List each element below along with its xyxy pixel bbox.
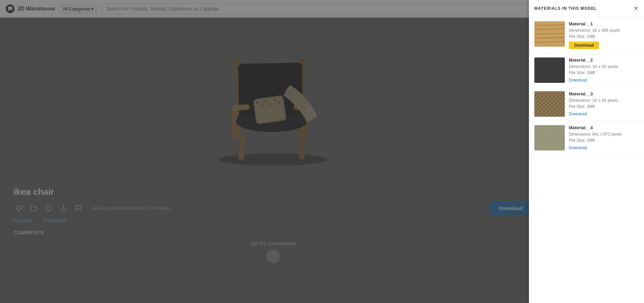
material-name: Material__4 <box>569 125 639 130</box>
material-item: Material__2Dimensions: 1K x 1K pixelsFil… <box>529 53 644 87</box>
material-meta: Dimensions: 1K x 495 pixelsFile Size: 1M… <box>569 27 639 40</box>
material-meta: Dimensions: 1K x 1K pixelsFile Size: 1MB <box>569 64 639 76</box>
material-meta: Dimensions: 1K x 1K pixelsFile Size: 2MB <box>569 97 639 110</box>
material-thumbnail <box>534 91 565 117</box>
background-overlay <box>0 0 529 303</box>
material-item: Material__3Dimensions: 1K x 1K pixelsFil… <box>529 87 644 121</box>
material-thumbnail <box>534 125 565 150</box>
material-meta: Dimensions: 841 x 873 pixelsFile Size: 1… <box>569 131 639 143</box>
svg-rect-68 <box>534 125 565 150</box>
material-download-button[interactable]: Download <box>569 78 587 83</box>
material-details: Material__2Dimensions: 1K x 1K pixelsFil… <box>569 57 639 83</box>
material-item: Material__4Dimensions: 841 x 873 pixelsF… <box>529 121 644 155</box>
materials-panel: MATERIALS IN THIS MODEL ✕ Material__1Dim… <box>529 0 644 303</box>
svg-rect-57 <box>534 57 565 83</box>
material-name: Material__2 <box>569 57 639 63</box>
material-download-button[interactable]: Download <box>569 112 587 116</box>
material-name: Material__1 <box>569 21 639 26</box>
material-thumbnail <box>534 21 565 47</box>
material-details: Material__1Dimensions: 1K x 495 pixelsFi… <box>569 21 639 49</box>
materials-panel-close[interactable]: ✕ <box>634 5 639 12</box>
material-download-button[interactable]: Download <box>569 42 599 49</box>
material-item: Material__1Dimensions: 1K x 495 pixelsFi… <box>529 17 644 53</box>
material-thumbnail <box>534 57 565 83</box>
materials-panel-header: MATERIALS IN THIS MODEL ✕ <box>529 0 644 17</box>
materials-list: Material__1Dimensions: 1K x 495 pixelsFi… <box>529 17 644 155</box>
material-download-button[interactable]: Download <box>569 145 587 150</box>
material-name: Material__3 <box>569 91 639 96</box>
svg-rect-64 <box>534 91 565 117</box>
material-details: Material__3Dimensions: 1K x 1K pixelsFil… <box>569 91 639 117</box>
materials-panel-title: MATERIALS IN THIS MODEL <box>534 6 597 11</box>
material-details: Material__4Dimensions: 841 x 873 pixelsF… <box>569 125 639 150</box>
